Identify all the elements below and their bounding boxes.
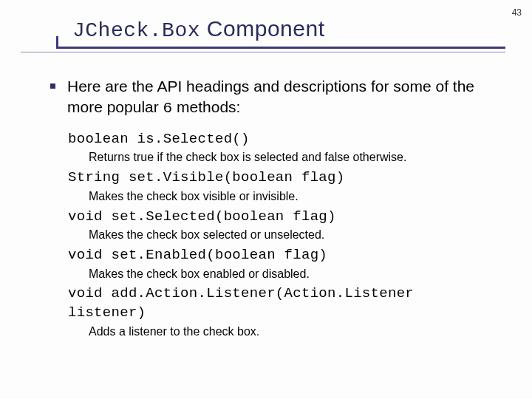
- title-wrap: JCheck.Box Component: [72, 16, 511, 42]
- method-description: Returns true if the check box is selecte…: [89, 150, 497, 166]
- method-signature: void set.Enabled(boolean flag): [68, 246, 497, 265]
- method-description: Adds a listener to the check box.: [89, 324, 497, 340]
- bullet-row: Here are the API headings and descriptio…: [50, 76, 497, 120]
- slide-title: JCheck.Box Component: [72, 16, 511, 42]
- rule-tick: [56, 36, 58, 47]
- rule-thick: [56, 47, 505, 49]
- slide: 43 JCheck.Box Component Here are the API…: [0, 0, 532, 399]
- method-description: Makes the check box selected or unselect…: [89, 228, 497, 243]
- lead-six: 6: [163, 100, 173, 117]
- method-description: Makes the check box enabled or disabled.: [89, 267, 497, 282]
- method-signature: String set.Visible(boolean flag): [68, 168, 497, 188]
- method-signature: void add.Action.Listener(Action.Listener…: [68, 284, 497, 322]
- lead-after: methods:: [172, 98, 240, 115]
- title-rule: [21, 47, 511, 57]
- lead-text: Here are the API headings and descriptio…: [67, 76, 497, 120]
- method-list: boolean is.Selected() Returns true if th…: [68, 130, 497, 340]
- method-signature: boolean is.Selected(): [68, 130, 497, 149]
- lead-before: Here are the API headings and descriptio…: [67, 78, 474, 115]
- title-rest: Component: [200, 16, 324, 41]
- method-signature: void set.Selected(boolean flag): [68, 208, 497, 227]
- slide-body: Here are the API headings and descriptio…: [50, 76, 497, 340]
- title-mono: JCheck.Box: [72, 19, 200, 42]
- square-bullet-icon: [50, 83, 55, 89]
- method-description: Makes the check box visible or invisible…: [89, 189, 497, 205]
- page-number: 43: [512, 7, 522, 18]
- rule-thin: [21, 52, 505, 52]
